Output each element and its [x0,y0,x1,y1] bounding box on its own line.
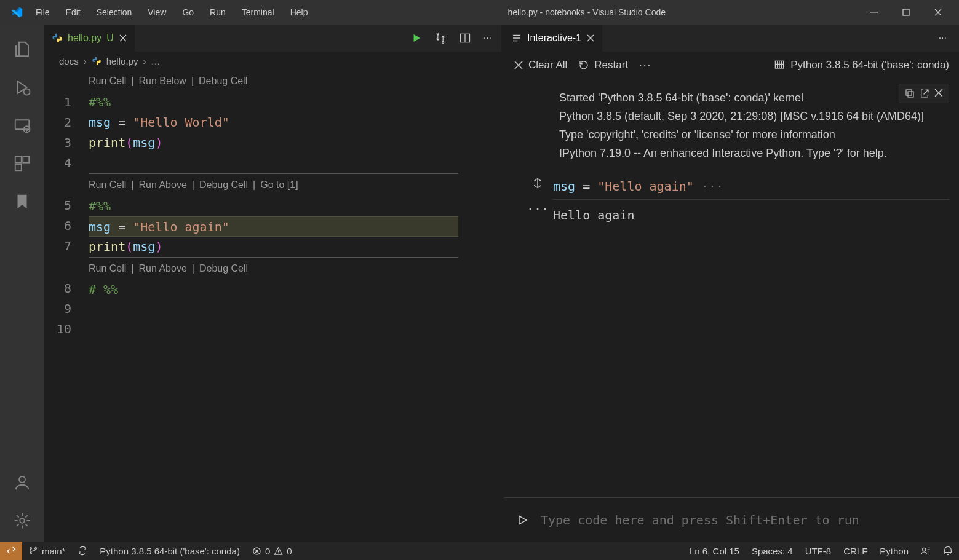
close-tab-icon[interactable] [119,34,127,42]
cursor-position[interactable]: Ln 6, Col 15 [683,546,746,556]
notifications-icon[interactable] [937,546,959,556]
compare-changes-icon[interactable] [434,32,447,44]
editor-tabs: hello.py U ··· [44,25,501,52]
codelens-debug-cell[interactable]: Debug Cell [199,70,247,92]
tab-name: Interactive-1 [527,33,581,44]
encoding[interactable]: UTF-8 [799,546,838,556]
codelens-run-cell[interactable]: Run Cell [89,174,126,196]
tab-interactive[interactable]: Interactive-1 [504,25,603,52]
more-actions-icon[interactable]: ··· [939,33,947,44]
run-debug-icon[interactable] [5,70,39,105]
svg-point-8 [19,476,25,483]
chevron-right-icon: › [84,56,87,66]
editor-actions: ··· [135,25,501,52]
codelens-run-above[interactable]: Run Above [139,258,187,280]
svg-point-17 [30,553,32,554]
execute-input-icon[interactable] [516,514,528,526]
close-tab-icon[interactable] [586,34,595,42]
interactive-pane: Interactive-1 ··· Clear All Restart [504,25,959,542]
tab-modified-badge: U [106,33,114,44]
collapse-cell-icon[interactable] [522,177,553,189]
activity-bar [0,25,44,542]
menu-selection[interactable]: Selection [89,4,140,21]
code-editor[interactable]: 1 2 3 4 5 6 7 8 9 10 Run Cell| Run [44,70,501,542]
split-editor-icon[interactable] [459,32,471,44]
interactive-console[interactable]: Started 'Python 3.8.5 64-bit ('base': co… [504,79,959,497]
status-interpreter[interactable]: Python 3.8.5 64-bit ('base': conda) [94,546,246,556]
interactive-output: ··· Hello again [559,200,949,224]
svg-point-11 [442,41,444,43]
breadcrumb-file[interactable]: hello.py [106,56,138,66]
vscode-logo-icon [10,6,23,19]
codelens-run-below[interactable]: Run Below [139,70,186,92]
remote-indicator[interactable] [0,542,22,560]
settings-icon[interactable] [5,503,39,538]
svg-point-9 [20,518,25,523]
codelens-run-above[interactable]: Run Above [139,174,187,196]
close-button[interactable] [922,0,954,25]
menu-bar: File Edit Selection View Go Run Terminal… [28,4,315,21]
more-actions-icon[interactable]: ··· [483,33,491,44]
tab-hello-py[interactable]: hello.py U [44,25,135,52]
status-bar: main* Python 3.8.5 64-bit ('base': conda… [0,542,959,560]
feedback-icon[interactable] [915,546,937,556]
maximize-button[interactable] [890,0,922,25]
svg-point-20 [923,548,926,551]
indentation[interactable]: Spaces: 4 [746,546,799,556]
breadcrumb[interactable]: docs › hello.py › … [44,52,501,70]
codelens-debug-cell[interactable]: Debug Cell [199,174,248,196]
codelens-run-cell[interactable]: Run Cell [89,258,126,280]
menu-go[interactable]: Go [175,4,201,21]
svg-rect-15 [906,90,912,95]
extensions-icon[interactable] [5,146,39,181]
menu-edit[interactable]: Edit [58,4,88,21]
codelens-debug-cell[interactable]: Debug Cell [199,258,248,280]
menu-terminal[interactable]: Terminal [234,4,282,21]
copy-icon[interactable] [904,88,915,99]
eol[interactable]: CRLF [837,546,873,556]
menu-help[interactable]: Help [283,4,316,21]
menu-view[interactable]: View [140,4,173,21]
svg-rect-6 [23,157,29,163]
menu-run[interactable]: Run [202,4,233,21]
minimize-button[interactable] [858,0,890,25]
interactive-input[interactable]: Type code here and press Shift+Enter to … [541,513,859,527]
minimap[interactable] [458,70,501,542]
svg-rect-14 [908,92,913,97]
sync-button[interactable] [71,546,94,556]
svg-rect-7 [15,164,22,170]
svg-point-18 [35,548,37,550]
interactive-tabs: Interactive-1 ··· [504,25,959,52]
svg-rect-0 [870,12,878,13]
language-mode[interactable]: Python [873,546,915,556]
interactive-tab-icon [511,33,522,44]
more-actions-icon[interactable]: ··· [639,59,651,71]
python-file-icon [92,56,101,66]
delete-cell-icon[interactable] [934,88,944,99]
chevron-right-icon: › [143,56,146,66]
codelens-goto[interactable]: Go to [1] [260,174,298,196]
svg-rect-5 [15,157,22,163]
menu-file[interactable]: File [28,4,57,21]
interpreter-selector[interactable]: Python 3.8.5 64-bit ('base': conda) [773,59,949,71]
explorer-icon[interactable] [5,32,39,66]
interactive-cell[interactable]: msg = "Hello again" ··· [559,177,949,200]
restart-button[interactable]: Restart [578,59,628,71]
remote-explorer-icon[interactable] [5,108,39,143]
svg-point-2 [24,89,30,95]
git-branch[interactable]: main* [22,546,71,556]
breadcrumb-folder[interactable]: docs [59,56,79,66]
bookmark-icon[interactable] [5,184,39,219]
output-ellipsis-icon[interactable]: ··· [522,200,553,218]
goto-code-icon[interactable] [919,88,930,99]
codelens-run-cell[interactable]: Run Cell [89,70,126,92]
editor-pane: hello.py U ··· docs › [44,25,501,542]
run-file-icon[interactable] [411,33,422,44]
code-content[interactable]: Run Cell| Run Below| Debug Cell #%% msg … [89,70,458,542]
clear-all-button[interactable]: Clear All [514,59,567,71]
window-title: hello.py - notebooks - Visual Studio Cod… [315,7,858,17]
problems-indicator[interactable]: 0 0 [246,546,298,556]
account-icon[interactable] [5,465,39,500]
codelens-cell-3: Run Cell| Run Above| Debug Cell [89,257,458,280]
breadcrumb-more[interactable]: … [151,56,160,66]
